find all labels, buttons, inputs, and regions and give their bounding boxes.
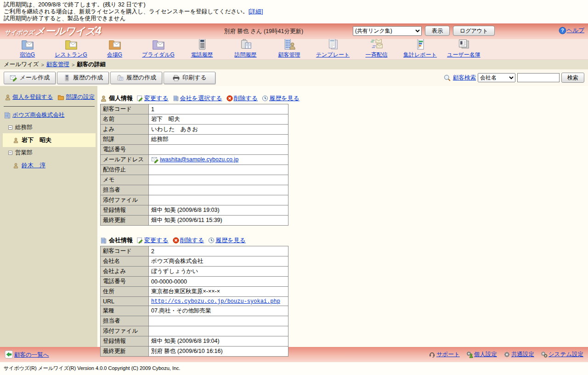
delete-company-link[interactable]: 削除する: [173, 236, 204, 244]
view-company-history-link[interactable]: 履歴を見る: [208, 236, 246, 244]
nav-customer-management[interactable]: 顧客管理: [267, 37, 311, 59]
visit-history-create-button[interactable]: 履歴の作成: [110, 72, 162, 84]
nav-phone-history[interactable]: 電話履歴: [180, 37, 224, 59]
nav-bulk-delivery[interactable]: 一斉配信: [355, 37, 398, 59]
nav-restaurant-g[interactable]: レストランG: [49, 37, 93, 59]
info-row: 顧客コード2: [101, 246, 288, 256]
nav-template[interactable]: テンプレート: [311, 37, 355, 59]
nav-bridal-g-link[interactable]: ブライダルG: [142, 51, 175, 59]
change-company-link[interactable]: 変更する: [137, 236, 169, 244]
main-panel: 個人情報変更する会社を選択する削除する履歴を見る 顧客コード1名前岩下 昭夫よみ…: [97, 86, 588, 347]
search-button[interactable]: 検索: [561, 73, 584, 83]
nav-kaijo-g[interactable]: 会場G: [93, 37, 136, 59]
info-row: 担当者: [101, 316, 288, 326]
personal-settings-link[interactable]: 個人設定: [466, 351, 497, 358]
user-status: 別府 勝也 さん (19時41分更新): [224, 28, 303, 35]
info-row: 最終更新別府 勝也 (2009/6/10 16:16): [101, 347, 288, 357]
nav-kaijo-g-link[interactable]: 会場G: [107, 51, 122, 59]
print-button[interactable]: 印刷する: [164, 72, 215, 84]
nav-syukuhaku-g[interactable]: 宿泊G: [6, 37, 49, 59]
logo-brand: サイボウズ: [5, 29, 34, 36]
dept-label: 営業部: [15, 149, 33, 157]
dept-settings[interactable]: 部課の設定: [57, 93, 95, 101]
trial-detail-link[interactable]: [詳細]: [249, 8, 263, 15]
dept-label: 総務部: [15, 124, 33, 131]
phone-history-create-button[interactable]: 履歴の作成: [57, 72, 109, 84]
person-section-head: 個人情報変更する会社を選択する削除する履歴を見る: [100, 94, 588, 102]
nav-user-roster[interactable]: ユーザー名簿: [442, 37, 486, 59]
tree-person[interactable]: 鈴木 淳: [3, 159, 96, 172]
row-value: 07.商社・その他卸売業: [149, 306, 288, 316]
dept-settings-link[interactable]: 部課の設定: [66, 93, 95, 101]
help-area: ? ヘルプ: [559, 27, 584, 34]
trial-notice: 試用期間は、2009/8/8 で終了します。(残り 32 日です) ご利用を継続…: [0, 0, 588, 23]
row-value: [149, 326, 288, 336]
breadcrumb-root: メールワイズ: [4, 61, 39, 68]
nav-summary-report[interactable]: 集計レポート: [398, 37, 442, 59]
breadcrumb-section-link[interactable]: 顧客管理: [46, 61, 69, 68]
nav-phone-history-link[interactable]: 電話履歴: [191, 51, 213, 59]
customer-search-link[interactable]: 顧客検索: [453, 74, 476, 82]
row-label: 担当者: [101, 185, 149, 195]
row-label: URL: [101, 297, 149, 306]
search-input[interactable]: [517, 73, 560, 82]
org-tree: −総務部岩下 昭夫−営業部鈴木 淳: [3, 124, 96, 172]
nav-bridal-g[interactable]: ブライダルG: [136, 37, 180, 59]
person-info-section: 個人情報変更する会社を選択する削除する履歴を見る 顧客コード1名前岩下 昭夫よみ…: [100, 94, 588, 226]
gear-icon: [503, 351, 510, 358]
person-link[interactable]: 鈴木 淳: [22, 161, 45, 170]
info-row: 会社よみぼうずしょうかい: [101, 267, 288, 277]
register-person-link[interactable]: 個人を登録する: [12, 93, 53, 101]
register-person[interactable]: 個人を登録する: [5, 93, 53, 101]
nav-visit-history-link[interactable]: 訪問履歴: [235, 51, 257, 59]
company-section-head: 会社情報変更する削除する履歴を見る: [100, 236, 588, 244]
help-link[interactable]: ヘルプ: [567, 27, 584, 34]
company-tree-link[interactable]: ボウズ商会株式会社: [12, 111, 64, 119]
view-person-history-link[interactable]: 履歴を見る: [262, 94, 300, 102]
support-link[interactable]: サポート: [429, 351, 460, 358]
search-field-select[interactable]: 会社名: [478, 73, 515, 82]
folder-mail-yellow-icon: [64, 37, 78, 51]
tree-person[interactable]: 岩下 昭夫: [3, 133, 96, 147]
back-to-customer-list-link[interactable]: 顧客の一覧へ: [14, 351, 49, 359]
app-logo: サイボウズメールワイズ4: [5, 24, 101, 38]
delete-person-link[interactable]: 削除する: [226, 94, 258, 102]
svg-text:?: ?: [561, 28, 564, 33]
select-company-link[interactable]: 会社を選択する: [173, 94, 222, 102]
nav-bulk-delivery-link[interactable]: 一斉配信: [366, 51, 388, 59]
help-icon[interactable]: ?: [559, 27, 566, 34]
clock-icon: [208, 237, 215, 244]
nav-user-roster-link[interactable]: ユーザー名簿: [447, 51, 481, 59]
common-settings-link[interactable]: 共通設定: [503, 351, 534, 358]
system-settings-link[interactable]: システム設定: [541, 351, 583, 358]
nav-visit-history[interactable]: 訪問履歴: [224, 37, 267, 59]
row-value: 畑中 知美 (2009/6/8 19:04): [149, 336, 288, 347]
nav-template-link[interactable]: テンプレート: [316, 51, 350, 59]
back-to-list[interactable]: 顧客の一覧へ: [5, 350, 49, 359]
info-row: 会社名ボウズ商会株式会社: [101, 256, 288, 267]
row-value: iwashita@sample.cybozu.co.jp: [149, 155, 288, 165]
row-label: メールアドレス: [101, 155, 149, 165]
info-row: 登録情報畑中 知美 (2009/6/8 19:04): [101, 336, 288, 347]
logout-button[interactable]: ログアウト: [453, 26, 495, 36]
email-link[interactable]: iwashita@sample.cybozu.co.jp: [160, 156, 238, 163]
gears-system-icon: [541, 351, 548, 358]
back-icon[interactable]: [5, 350, 13, 359]
info-row: 電話番号: [101, 145, 288, 155]
collapse-icon[interactable]: −: [8, 151, 12, 155]
url-link[interactable]: http://cs.cybozu.co.jp/bouzu-syokai.php: [151, 298, 280, 305]
row-label: 部課: [101, 135, 149, 145]
show-button[interactable]: 表示: [425, 26, 450, 36]
nav-summary-report-link[interactable]: 集計レポート: [403, 51, 437, 59]
folder-mail-blue-icon: [21, 37, 34, 51]
nav-customer-management-link[interactable]: 顧客管理: [278, 51, 300, 59]
collapse-icon[interactable]: −: [8, 125, 12, 130]
folder-mail-purple-icon: [152, 37, 165, 51]
nav-restaurant-g-link[interactable]: レストランG: [55, 51, 87, 59]
nav-syukuhaku-g-link[interactable]: 宿泊G: [20, 51, 35, 59]
shared-links-select[interactable]: (共有リンク集): [353, 26, 422, 36]
company-tree-node[interactable]: ボウズ商会株式会社: [4, 111, 96, 119]
change-person-link[interactable]: 変更する: [137, 94, 169, 102]
mail-compose-button[interactable]: メール作成: [4, 72, 56, 84]
info-row: 配信停止: [101, 165, 288, 175]
